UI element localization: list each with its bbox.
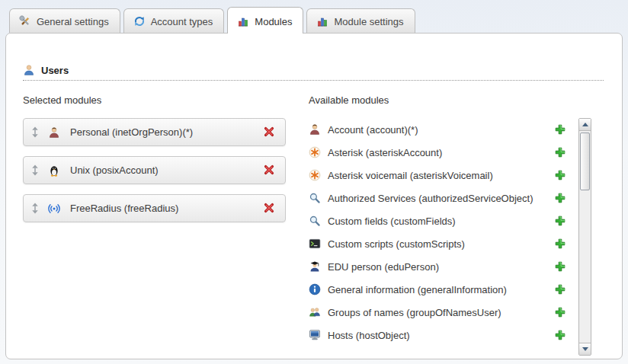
add-module-button[interactable]	[554, 329, 567, 342]
modules-columns: Selected modules Personal (inetOrgPerson…	[6, 81, 622, 356]
modules-panel: Users Selected modules Personal (inetOrg…	[5, 33, 623, 359]
group-icon	[309, 306, 321, 318]
available-module-row: EDU person (eduPerson)	[309, 255, 573, 278]
selected-module-row[interactable]: Unix (posixAccount)	[23, 156, 286, 184]
delete-icon	[263, 126, 275, 138]
available-module-row: Account (account)(*)	[309, 118, 573, 141]
drag-handle-icon[interactable]	[31, 203, 39, 214]
add-icon	[554, 192, 566, 204]
module-label: General information (generalInformation)	[328, 284, 547, 295]
tools-icon	[19, 15, 31, 27]
add-module-button[interactable]	[554, 123, 567, 136]
selected-module-row[interactable]: Personal (inetOrgPerson)(*)	[23, 118, 286, 146]
module-label: Unix (posixAccount)	[70, 164, 263, 176]
tab-label: General settings	[37, 16, 109, 27]
asterisk-icon	[309, 146, 321, 158]
tab-label: Account types	[151, 16, 213, 27]
arrow-up-icon	[582, 123, 588, 126]
person-icon	[309, 123, 321, 136]
module-label: Asterisk voicemail (asteriskVoicemail)	[328, 170, 547, 181]
scrollbar-track[interactable]	[579, 131, 591, 343]
available-module-row: Hosts (hostObject)	[309, 324, 573, 346]
user-blue-icon	[23, 64, 35, 76]
person-icon	[48, 126, 60, 139]
selected-modules-list: Personal (inetOrgPerson)(*) Unix (posixA…	[23, 118, 309, 222]
add-module-button[interactable]	[554, 215, 567, 228]
search-icon	[309, 192, 321, 204]
arrow-down-icon	[582, 347, 588, 351]
available-module-row: Groups of names (groupOfNamesUser)	[309, 301, 573, 324]
scrollbar-thumb[interactable]	[580, 133, 590, 190]
sync-icon	[133, 15, 146, 27]
penguin-icon	[48, 164, 60, 177]
module-label: Hosts (hostObject)	[328, 330, 547, 341]
add-icon	[554, 146, 566, 158]
selected-modules-column: Selected modules Personal (inetOrgPerson…	[23, 94, 309, 356]
scrollbar[interactable]	[578, 118, 591, 356]
search-icon	[309, 215, 321, 227]
add-module-button[interactable]	[554, 146, 567, 159]
asterisk-icon	[309, 169, 321, 181]
add-module-button[interactable]	[554, 238, 567, 251]
info-icon	[309, 283, 321, 295]
scroll-down-button[interactable]	[579, 343, 591, 355]
add-icon	[554, 260, 566, 273]
module-label: Custom fields (customFields)	[328, 216, 547, 227]
remove-module-button[interactable]	[263, 202, 276, 215]
available-modules-heading: Available modules	[309, 94, 591, 106]
terminal-icon	[309, 238, 321, 250]
add-module-button[interactable]	[554, 260, 567, 273]
add-icon	[554, 329, 566, 341]
add-icon	[554, 169, 566, 181]
host-icon	[309, 329, 321, 341]
module-label: Asterisk (asteriskAccount)	[328, 147, 547, 158]
tab-general-settings[interactable]: General settings	[9, 8, 120, 33]
lam-configuration-page: General settings Account types Modules M…	[0, 0, 628, 359]
available-module-row: Asterisk (asteriskAccount)	[309, 141, 573, 164]
tab-module-settings[interactable]: Module settings	[306, 8, 415, 33]
add-module-button[interactable]	[554, 192, 567, 205]
add-icon	[554, 306, 566, 318]
chart-icon	[316, 15, 328, 27]
add-icon	[554, 283, 566, 295]
available-module-row: General information (generalInformation)	[309, 278, 573, 301]
available-module-row: Custom scripts (customScripts)	[309, 232, 573, 255]
module-label: FreeRadius (freeRadius)	[70, 203, 263, 214]
add-module-button[interactable]	[554, 283, 567, 296]
scroll-up-button[interactable]	[579, 119, 591, 131]
module-label: Groups of names (groupOfNamesUser)	[328, 307, 547, 318]
module-label: Personal (inetOrgPerson)(*)	[70, 126, 263, 138]
section-title: Users	[41, 65, 69, 76]
available-modules-wrap: Account (account)(*) Asterisk (asteriskA…	[309, 118, 591, 356]
users-section-heading: Users	[6, 34, 622, 76]
add-icon	[554, 238, 566, 250]
drag-handle-icon[interactable]	[31, 164, 39, 176]
graduate-icon	[309, 260, 321, 273]
delete-icon	[263, 164, 275, 176]
module-label: Account (account)(*)	[328, 124, 547, 136]
add-module-button[interactable]	[554, 306, 567, 319]
tab-label: Module settings	[334, 16, 403, 27]
module-label: Custom scripts (customScripts)	[328, 238, 547, 250]
tab-bar: General settings Account types Modules M…	[0, 0, 628, 33]
module-label: Authorized Services (authorizedServiceOb…	[328, 193, 547, 204]
available-modules-list: Account (account)(*) Asterisk (asteriskA…	[309, 118, 573, 346]
module-label: EDU person (eduPerson)	[328, 261, 547, 273]
tab-modules[interactable]: Modules	[227, 7, 303, 34]
chart-icon	[237, 15, 249, 27]
delete-icon	[263, 202, 275, 214]
add-module-button[interactable]	[554, 169, 567, 182]
remove-module-button[interactable]	[263, 164, 276, 177]
selected-modules-heading: Selected modules	[23, 94, 309, 106]
available-module-row: Asterisk voicemail (asteriskVoicemail)	[309, 164, 573, 187]
available-modules-column: Available modules Account (account)(*)	[309, 94, 622, 356]
tab-label: Modules	[255, 16, 292, 27]
remove-module-button[interactable]	[263, 126, 276, 139]
selected-module-row[interactable]: FreeRadius (freeRadius)	[23, 194, 286, 222]
add-icon	[554, 215, 566, 227]
drag-handle-icon[interactable]	[31, 126, 39, 138]
available-module-row: Authorized Services (authorizedServiceOb…	[309, 187, 573, 209]
add-icon	[554, 123, 566, 136]
available-module-row: Custom fields (customFields)	[309, 209, 573, 232]
tab-account-types[interactable]: Account types	[123, 8, 225, 33]
